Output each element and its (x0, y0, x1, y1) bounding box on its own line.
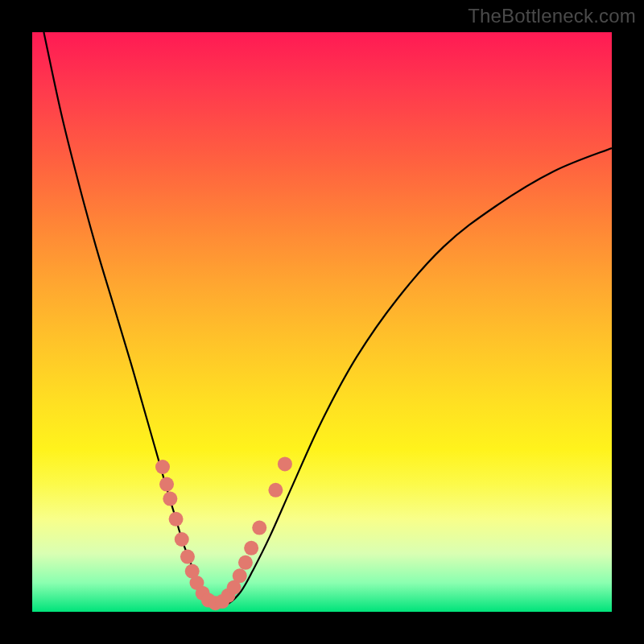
bottleneck-curve-path (43, 32, 612, 606)
plot-area (32, 32, 612, 612)
data-marker (155, 460, 170, 474)
data-marker (180, 550, 195, 564)
data-marker (244, 541, 258, 555)
curve-layer (43, 32, 612, 606)
chart-svg (32, 32, 612, 612)
data-marker (252, 521, 266, 535)
data-marker (233, 568, 247, 583)
data-marker (268, 483, 283, 497)
data-marker (238, 555, 253, 570)
chart-frame: TheBottleneck.com (0, 0, 644, 644)
data-marker (278, 456, 292, 471)
watermark-label: TheBottleneck.com (468, 5, 636, 27)
data-marker (163, 492, 177, 506)
data-marker (159, 477, 174, 492)
data-marker (169, 512, 184, 526)
data-marker (175, 532, 189, 547)
